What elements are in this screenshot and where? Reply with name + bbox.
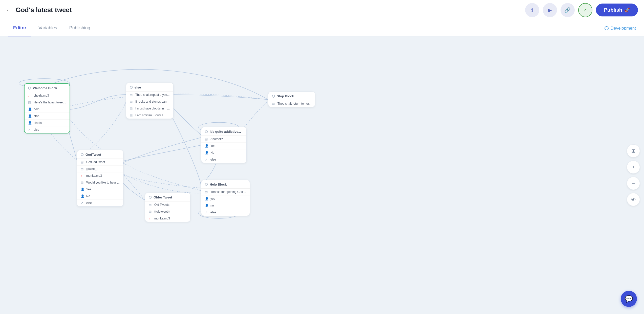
block-addictive[interactable]: ⬡ It's quite addictive...▤ Another?👤 Yes…	[201, 127, 247, 163]
item-text: I must have clouds in m...	[135, 107, 170, 110]
header: ← God's latest tweet ℹ ▶ 🔗 ✓ Publish 🚀	[0, 0, 644, 20]
block-item: ▤ Would you like to hear ...	[77, 179, 123, 186]
block-header-icon: ⬡	[81, 153, 83, 156]
item-text: Would you like to hear ...	[86, 181, 120, 184]
zoom-out-icon: −	[632, 181, 635, 186]
add-block-icon: ⊞	[631, 148, 636, 154]
link-button[interactable]: 🔗	[561, 3, 575, 17]
block-title: GodTweet	[85, 153, 101, 156]
item-icon: ▤	[130, 114, 133, 117]
chat-button[interactable]: 💬	[621, 291, 637, 307]
item-icon: ▤	[81, 181, 84, 184]
item-text: blabla	[34, 121, 42, 125]
check-button[interactable]: ✓	[578, 3, 592, 17]
block-item: 👤 no	[201, 202, 250, 209]
zoom-in-button[interactable]: +	[627, 161, 640, 174]
block-title: It's quite addictive...	[210, 130, 241, 133]
item-text: I am smitten. Sorry, I ...	[135, 114, 166, 117]
item-text: monks.mp3	[154, 217, 170, 220]
back-icon: ←	[6, 7, 12, 13]
block-header-icon: ⬡	[130, 85, 133, 89]
item-icon: 👤	[28, 114, 32, 118]
item-icon: ▤	[130, 107, 133, 110]
back-button[interactable]: ←	[6, 7, 12, 13]
item-icon: ↗	[205, 211, 208, 214]
item-icon: ▤	[28, 101, 32, 104]
item-text: Yes	[210, 144, 216, 148]
block-item: ▤ Thou shalt repeat thyse...	[126, 92, 173, 98]
item-icon: ▤	[130, 100, 133, 103]
item-icon: ▤	[205, 137, 208, 141]
dev-dot	[605, 26, 609, 30]
block-item: ▤ If rocks and stones can -	[126, 98, 173, 105]
block-item: ▤ Old Tweets	[145, 201, 190, 208]
item-text: Yes	[86, 188, 91, 191]
block-item: 👤 blabla	[25, 120, 70, 126]
item-text: No	[86, 194, 90, 198]
block-oldertweet[interactable]: ⬡ Older Tweet▤ Old Tweets▤ {{oldtweet}}♪…	[145, 193, 190, 222]
item-icon: 👤	[28, 121, 32, 125]
block-item: 👤 No	[77, 193, 123, 200]
eye-button[interactable]: 👁	[627, 193, 640, 206]
item-icon: 👤	[81, 194, 84, 198]
zoom-out-button[interactable]: −	[627, 177, 640, 190]
block-item: 👤 No	[201, 149, 246, 156]
item-icon: ▤	[205, 190, 208, 194]
dev-label: Development	[611, 26, 636, 31]
item-icon: 👤	[81, 188, 84, 191]
block-header-icon: ⬡	[149, 195, 152, 199]
block-helpblock[interactable]: ⬡ Help Block▤ Thanks for opening God'...…	[201, 180, 250, 216]
block-item: ↗ else	[201, 209, 250, 216]
item-icon: 👤	[205, 197, 208, 200]
dev-indicator: Development	[605, 26, 636, 31]
item-text: else	[86, 201, 92, 205]
block-title: Welcome Block	[33, 86, 57, 90]
block-item: ♪ monks.mp3	[145, 215, 190, 222]
play-icon: ▶	[548, 7, 552, 13]
publish-label: Publish	[604, 7, 622, 13]
block-stop[interactable]: ⬡ Stop Block▤ Thou shalt return tomor...	[268, 92, 315, 107]
item-text: Thou shalt repeat thyse...	[135, 93, 169, 97]
block-item: ▤ GetGodTweet	[77, 159, 123, 166]
block-item: ▤ {{tweet}}	[77, 166, 123, 172]
chat-icon: 💬	[625, 295, 633, 303]
rocket-icon: 🚀	[624, 7, 630, 13]
tab-editor[interactable]: Editor	[8, 20, 31, 36]
item-text: Thanks for opening God'...	[210, 190, 246, 194]
tab-variables[interactable]: Variables	[33, 20, 62, 36]
item-text: {{oldtweet}}	[154, 210, 170, 213]
block-title: else	[135, 85, 141, 89]
item-icon: 👤	[205, 151, 208, 154]
block-header-godtweet: ⬡ GodTweet	[77, 150, 123, 159]
item-text: else	[210, 211, 216, 214]
block-item: 👤 yes	[201, 195, 250, 202]
item-text: yes	[210, 197, 215, 200]
block-else[interactable]: ⬡ else▤ Thou shalt repeat thyse...▤ If r…	[126, 83, 174, 119]
block-godtweet[interactable]: ⬡ GodTweet▤ GetGodTweet▤ {{tweet}}♪ monk…	[77, 150, 123, 207]
tab-publishing[interactable]: Publishing	[64, 20, 95, 36]
block-item: ▤ {{oldtweet}}	[145, 208, 190, 215]
item-icon: ▤	[272, 102, 275, 105]
item-icon: 👤	[28, 107, 32, 111]
right-toolbar: ⊞ + − 👁	[627, 144, 640, 206]
block-item: 👤 help	[25, 106, 70, 113]
block-item: ♪ monks.mp3	[77, 172, 123, 179]
block-item: ▤ Thanks for opening God'...	[201, 189, 250, 195]
publish-button[interactable]: Publish 🚀	[596, 4, 638, 16]
block-item: 👤 Yes	[77, 186, 123, 193]
link-icon: 🔗	[564, 7, 571, 13]
block-header-icon: ⬡	[28, 86, 31, 90]
item-icon: ▤	[81, 160, 84, 164]
item-icon: ▤	[149, 210, 152, 213]
block-header-oldertweet: ⬡ Older Tweet	[145, 193, 190, 201]
eye-icon: 👁	[631, 197, 636, 203]
info-button[interactable]: ℹ	[525, 3, 539, 17]
add-block-button[interactable]: ⊞	[627, 144, 640, 158]
item-text: help	[34, 107, 39, 111]
block-item: ▤ Thou shalt return tomor...	[268, 100, 315, 107]
item-text: No	[210, 151, 214, 154]
block-header-icon: ⬡	[272, 94, 275, 98]
play-button[interactable]: ▶	[543, 3, 557, 17]
block-welcome[interactable]: ⬡ Welcome Block♪ choirly.mp3▤ Here's the…	[24, 83, 70, 133]
block-item: ▤ I am smitten. Sorry, I ...	[126, 112, 173, 119]
